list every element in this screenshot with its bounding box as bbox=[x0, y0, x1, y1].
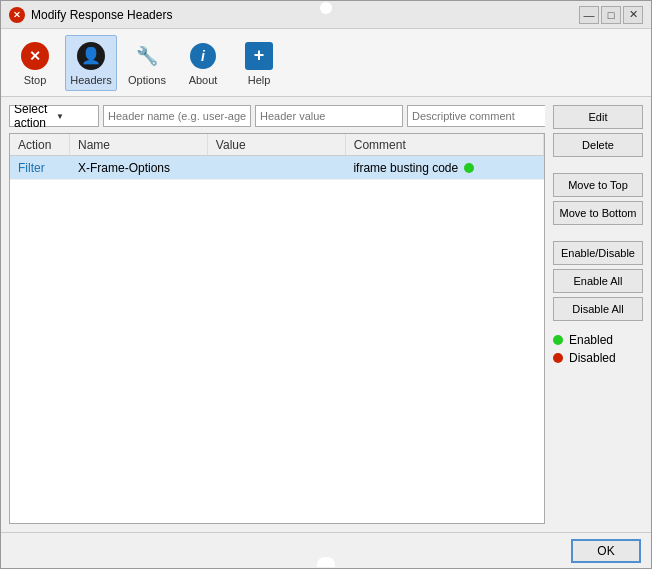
header-value-input[interactable] bbox=[255, 105, 403, 127]
enable-all-button[interactable]: Enable All bbox=[553, 269, 643, 293]
headers-table: Action Name Value Comment Filter X-Frame… bbox=[9, 133, 545, 524]
toolbar-headers[interactable]: Headers bbox=[65, 35, 117, 91]
select-action-label: Select action bbox=[14, 105, 52, 130]
spacer-1 bbox=[553, 161, 643, 169]
toolbar-about[interactable]: About bbox=[177, 35, 229, 91]
toolbar: Stop Headers 🔧 Options About bbox=[1, 29, 651, 97]
row-comment-text: iframe busting code bbox=[353, 161, 458, 175]
status-enabled-dot bbox=[464, 163, 474, 173]
about-label: About bbox=[189, 74, 218, 86]
row-name: X-Frame-Options bbox=[70, 156, 208, 179]
move-to-top-button[interactable]: Move to Top bbox=[553, 173, 643, 197]
help-icon bbox=[243, 40, 275, 72]
header-name-input[interactable] bbox=[103, 105, 251, 127]
row-comment: iframe busting code bbox=[345, 156, 544, 179]
dropdown-arrow-icon: ▼ bbox=[56, 112, 94, 121]
stop-icon bbox=[19, 40, 51, 72]
toolbar-stop[interactable]: Stop bbox=[9, 35, 61, 91]
ok-button[interactable]: OK bbox=[571, 539, 641, 563]
edit-button[interactable]: Edit bbox=[553, 105, 643, 129]
legend: Enabled Disabled bbox=[553, 333, 643, 365]
headers-label: Headers bbox=[70, 74, 112, 86]
maximize-button[interactable]: □ bbox=[601, 6, 621, 24]
toolbar-help[interactable]: Help bbox=[233, 35, 285, 91]
legend-enabled: Enabled bbox=[553, 333, 643, 347]
about-icon bbox=[187, 40, 219, 72]
window-title: Modify Response Headers bbox=[31, 8, 579, 22]
right-panel: Edit Delete Move to Top Move to Bottom E… bbox=[553, 105, 643, 524]
select-action-dropdown[interactable]: Select action ▼ bbox=[9, 105, 99, 127]
header-comment-input[interactable] bbox=[407, 105, 545, 127]
table-body: Filter X-Frame-Options iframe busting co… bbox=[10, 156, 544, 523]
table-header: Action Name Value Comment bbox=[10, 134, 544, 156]
col-value: Value bbox=[208, 134, 346, 155]
row-value bbox=[208, 156, 346, 179]
move-to-bottom-button[interactable]: Move to Bottom bbox=[553, 201, 643, 225]
table-row[interactable]: Filter X-Frame-Options iframe busting co… bbox=[10, 156, 544, 180]
main-window: Modify Response Headers — □ ✕ Stop Heade… bbox=[0, 0, 652, 569]
col-action: Action bbox=[10, 134, 70, 155]
title-controls: — □ ✕ bbox=[579, 6, 643, 24]
enabled-dot bbox=[553, 335, 563, 345]
options-icon: 🔧 bbox=[131, 40, 163, 72]
close-button[interactable]: ✕ bbox=[623, 6, 643, 24]
main-content: Select action ▼ Add Reset Action Name Va… bbox=[1, 97, 651, 532]
enabled-label: Enabled bbox=[569, 333, 613, 347]
stop-label: Stop bbox=[24, 74, 47, 86]
disabled-dot bbox=[553, 353, 563, 363]
enable-disable-button[interactable]: Enable/Disable bbox=[553, 241, 643, 265]
input-row: Select action ▼ Add Reset bbox=[9, 105, 545, 127]
row-action: Filter bbox=[10, 156, 70, 179]
minimize-button[interactable]: — bbox=[579, 6, 599, 24]
legend-disabled: Disabled bbox=[553, 351, 643, 365]
left-panel: Select action ▼ Add Reset Action Name Va… bbox=[9, 105, 545, 524]
app-icon bbox=[9, 7, 25, 23]
col-comment: Comment bbox=[346, 134, 544, 155]
spacer-2 bbox=[553, 229, 643, 237]
col-name: Name bbox=[70, 134, 208, 155]
toolbar-options[interactable]: 🔧 Options bbox=[121, 35, 173, 91]
disable-all-button[interactable]: Disable All bbox=[553, 297, 643, 321]
headers-icon bbox=[75, 40, 107, 72]
options-label: Options bbox=[128, 74, 166, 86]
help-label: Help bbox=[248, 74, 271, 86]
delete-button[interactable]: Delete bbox=[553, 133, 643, 157]
disabled-label: Disabled bbox=[569, 351, 616, 365]
